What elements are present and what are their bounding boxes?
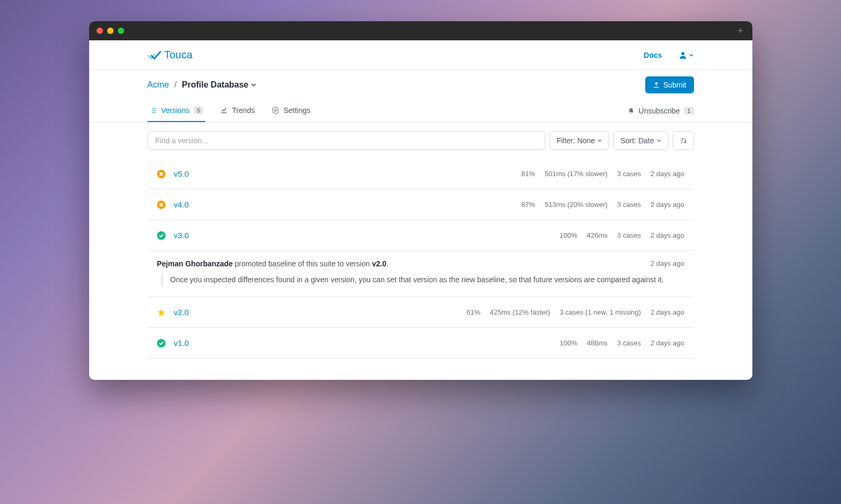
content-area: Filter: None Sort: Date v5.081%501ms (17… xyxy=(89,123,752,380)
sort-desc-icon xyxy=(680,137,687,144)
unsubscribe-button[interactable]: Unsubscribe 1 xyxy=(628,107,694,115)
maximize-window-button[interactable] xyxy=(118,28,124,34)
version-perf: 501ms (17% slower) xyxy=(545,170,608,178)
chevron-down-icon xyxy=(689,53,694,58)
docs-link[interactable]: Docs xyxy=(644,51,662,59)
version-name[interactable]: v2.0 xyxy=(174,308,189,317)
chevron-down-icon xyxy=(250,82,257,88)
filter-button[interactable]: Filter: None xyxy=(550,131,609,150)
sort-value: Date xyxy=(638,136,654,145)
version-name[interactable]: v3.0 xyxy=(174,231,189,240)
version-score: 100% xyxy=(560,231,577,239)
promotion-age: 2 days ago xyxy=(651,259,684,268)
submit-label: Submit xyxy=(663,81,687,89)
version-score: 87% xyxy=(522,201,535,208)
brand-logo[interactable]: Touca xyxy=(148,49,193,61)
breadcrumb-suite-label: Profile Database xyxy=(182,80,248,90)
tab-versions[interactable]: Versions 5 xyxy=(148,100,206,122)
tab-settings[interactable]: Settings xyxy=(270,100,313,122)
star-icon xyxy=(157,308,166,317)
version-age: 2 days ago xyxy=(651,308,684,316)
gear-icon xyxy=(272,107,279,114)
controls-row: Filter: None Sort: Date xyxy=(148,131,694,150)
version-row[interactable]: v4.087%513ms (20% slower)3 cases2 days a… xyxy=(148,189,694,220)
sort-button[interactable]: Sort: Date xyxy=(613,131,668,150)
breadcrumb-separator: / xyxy=(174,80,176,90)
version-stats: 87%513ms (20% slower)3 cases2 days ago xyxy=(522,201,684,208)
tab-versions-label: Versions xyxy=(161,106,190,115)
top-nav-right: Docs xyxy=(644,50,693,60)
sort-direction-button[interactable] xyxy=(673,131,694,150)
version-age: 2 days ago xyxy=(651,231,684,239)
filter-value: None xyxy=(577,136,595,145)
version-cases: 3 cases (1 new, 1 missing) xyxy=(560,308,641,316)
promotion-note: Once you inspected differences found in … xyxy=(161,273,684,286)
bell-icon xyxy=(628,108,635,115)
user-menu[interactable] xyxy=(678,50,694,60)
fail-icon xyxy=(157,170,166,178)
version-stats: 61%425ms (12% faster)3 cases (1 new, 1 m… xyxy=(466,308,684,316)
chart-icon xyxy=(220,107,228,114)
versions-list: v5.081%501ms (17% slower)3 cases2 days a… xyxy=(148,159,694,359)
version-age: 2 days ago xyxy=(651,170,684,178)
tab-trends[interactable]: Trends xyxy=(218,100,257,122)
top-nav: Touca Docs xyxy=(89,40,752,70)
version-cases: 3 cases xyxy=(617,170,641,178)
traffic-lights xyxy=(97,28,124,34)
version-stats: 100%486ms3 cases2 days ago xyxy=(560,339,684,347)
chevron-down-icon xyxy=(656,138,662,143)
list-icon xyxy=(150,107,157,114)
version-perf: 486ms xyxy=(587,339,608,347)
version-name[interactable]: v4.0 xyxy=(174,200,189,209)
version-row[interactable]: v2.061%425ms (12% faster)3 cases (1 new,… xyxy=(148,297,694,328)
version-stats: 100%426ms3 cases2 days ago xyxy=(560,231,684,239)
version-stats: 81%501ms (17% slower)3 cases2 days ago xyxy=(522,170,684,178)
upload-icon xyxy=(653,81,660,89)
minimize-window-button[interactable] xyxy=(107,28,114,34)
user-icon xyxy=(678,50,688,60)
version-row[interactable]: v1.0100%486ms3 cases2 days ago xyxy=(148,328,694,359)
fail-icon xyxy=(157,201,166,209)
svg-point-0 xyxy=(681,52,684,55)
version-cases: 3 cases xyxy=(617,339,641,347)
promotion-event: Pejman Ghorbanzade promoted baseline of … xyxy=(148,251,694,297)
tab-versions-count: 5 xyxy=(194,107,203,114)
version-perf: 426ms xyxy=(587,231,608,239)
unsubscribe-label: Unsubscribe xyxy=(639,107,680,115)
version-name[interactable]: v5.0 xyxy=(174,169,189,178)
version-score: 61% xyxy=(466,308,480,316)
tabs: Versions 5 Trends Settings xyxy=(148,100,313,122)
tab-trends-label: Trends xyxy=(232,106,255,115)
breadcrumb-team[interactable]: Acme xyxy=(148,80,169,90)
version-age: 2 days ago xyxy=(651,201,684,208)
version-score: 100% xyxy=(560,339,577,347)
version-cases: 3 cases xyxy=(617,201,641,208)
search-input[interactable] xyxy=(148,131,545,150)
version-row[interactable]: v3.0100%426ms3 cases2 days ago xyxy=(148,220,694,251)
tabs-bar: Versions 5 Trends Settings Unsubscribe xyxy=(89,100,752,123)
filter-label: Filter: xyxy=(557,136,575,145)
pass-icon xyxy=(157,231,166,240)
pass-icon xyxy=(157,339,166,347)
version-perf: 425ms (12% faster) xyxy=(490,308,550,316)
close-window-button[interactable] xyxy=(97,28,103,34)
brand-name: Touca xyxy=(164,49,193,61)
tab-settings-label: Settings xyxy=(283,106,310,115)
unsubscribe-count: 1 xyxy=(684,107,693,115)
browser-window: + Touca Docs Acme / xyxy=(89,21,752,380)
version-age: 2 days ago xyxy=(651,339,684,347)
version-name[interactable]: v1.0 xyxy=(174,338,189,347)
touca-logo-icon xyxy=(148,50,161,60)
version-perf: 513ms (20% slower) xyxy=(545,201,608,208)
version-cases: 3 cases xyxy=(617,231,641,239)
version-row[interactable]: v5.081%501ms (17% slower)3 cases2 days a… xyxy=(148,159,694,189)
new-tab-button[interactable]: + xyxy=(734,24,747,37)
version-score: 81% xyxy=(522,170,535,178)
submit-button[interactable]: Submit xyxy=(645,76,694,93)
breadcrumb-suite[interactable]: Profile Database xyxy=(182,80,257,90)
chevron-down-icon xyxy=(597,138,602,143)
promotion-text: Pejman Ghorbanzade promoted baseline of … xyxy=(157,259,389,268)
breadcrumb-bar: Acme / Profile Database Submit xyxy=(89,70,752,100)
window-titlebar: + xyxy=(89,21,752,40)
breadcrumb: Acme / Profile Database xyxy=(148,80,257,90)
